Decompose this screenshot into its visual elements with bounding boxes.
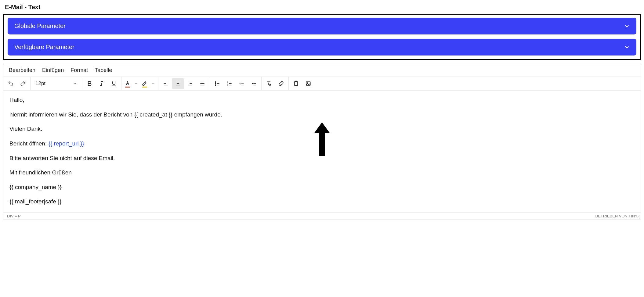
align-left-button[interactable] (160, 78, 172, 89)
accordion-global-label: Globale Parameter (14, 23, 66, 30)
menubar: Bearbeiten Einfügen Format Tabelle (3, 64, 641, 77)
bullet-list-button[interactable] (211, 78, 223, 89)
highlight-color-dropdown[interactable] (150, 78, 157, 89)
svg-rect-40 (306, 82, 310, 85)
chevron-down-icon (73, 81, 77, 86)
redo-button[interactable] (17, 78, 29, 89)
font-size-value: 12pt (35, 81, 45, 87)
chevron-down-icon (624, 23, 630, 29)
chevron-down-icon (624, 45, 630, 50)
svg-line-1 (101, 81, 102, 85)
svg-line-44 (639, 218, 640, 219)
editor-wrapper: Bearbeiten Einfügen Format Tabelle 12pt (3, 64, 641, 220)
content-line: hiermit informieren wir Sie, dass der Be… (9, 111, 635, 119)
report-url-link[interactable]: {{ report_url }} (48, 140, 84, 147)
highlight-color-button[interactable] (140, 78, 150, 89)
content-line: Vielen Dank. (9, 125, 635, 133)
content-line: Hallo, (9, 96, 635, 104)
italic-button[interactable] (96, 78, 108, 89)
indent-button[interactable] (248, 78, 260, 89)
font-size-select[interactable]: 12pt (32, 78, 81, 89)
content-line: {{ mail_footer|safe }} (9, 198, 635, 206)
element-path[interactable]: DIV » P (7, 214, 21, 218)
numbered-list-button[interactable]: 123 (223, 78, 236, 89)
content-line: Mit freundlichen Grüßen (9, 169, 635, 177)
statusbar: DIV » P BETRIEBEN VON TINY (3, 212, 641, 220)
text-color-swatch (125, 87, 130, 88)
menu-edit[interactable]: Bearbeiten (9, 67, 35, 73)
align-center-button[interactable] (172, 78, 184, 89)
clear-formatting-button[interactable] (263, 78, 275, 89)
content-line: Bericht öffnen: {{ report_url }} (9, 140, 635, 148)
text-color-dropdown[interactable] (132, 78, 140, 89)
toolbar: 12pt (3, 77, 641, 91)
branding-label: BETRIEBEN VON TINY (595, 214, 638, 218)
content-text: Bericht öffnen: (9, 140, 48, 147)
content-line: {{ company_name }} (9, 183, 635, 191)
accordion-available-label: Verfügbare Parameter (14, 44, 74, 51)
rich-text-editor: Bearbeiten Einfügen Format Tabelle 12pt (3, 64, 641, 220)
menu-table[interactable]: Tabelle (95, 67, 112, 73)
resize-handle-icon[interactable] (636, 215, 640, 219)
accordion-global-parameters[interactable]: Globale Parameter (8, 18, 636, 34)
menu-format[interactable]: Format (71, 67, 88, 73)
insert-link-button[interactable] (275, 78, 287, 89)
paste-button[interactable] (290, 78, 302, 89)
underline-button[interactable] (108, 78, 120, 89)
insert-image-button[interactable] (302, 78, 314, 89)
outdent-button[interactable] (236, 78, 248, 89)
svg-point-19 (215, 83, 216, 84)
editor-content[interactable]: Hallo, hiermit informieren wir Sie, dass… (3, 91, 641, 212)
svg-point-20 (215, 85, 216, 86)
accordion-available-parameters[interactable]: Verfügbare Parameter (8, 39, 636, 55)
menu-insert[interactable]: Einfügen (42, 67, 64, 73)
content-line: Bitte antworten Sie nicht auf diese Emai… (9, 154, 635, 162)
bold-button[interactable] (83, 78, 96, 89)
align-justify-button[interactable] (196, 78, 208, 89)
align-right-button[interactable] (184, 78, 196, 89)
svg-point-18 (215, 82, 216, 83)
svg-text:3: 3 (227, 84, 228, 86)
highlight-color-swatch (142, 87, 147, 88)
undo-button[interactable] (5, 78, 17, 89)
accordion-container: Globale Parameter Verfügbare Parameter (3, 14, 641, 60)
section-title: E-Mail - Text (5, 4, 639, 11)
text-color-button[interactable] (123, 78, 132, 89)
